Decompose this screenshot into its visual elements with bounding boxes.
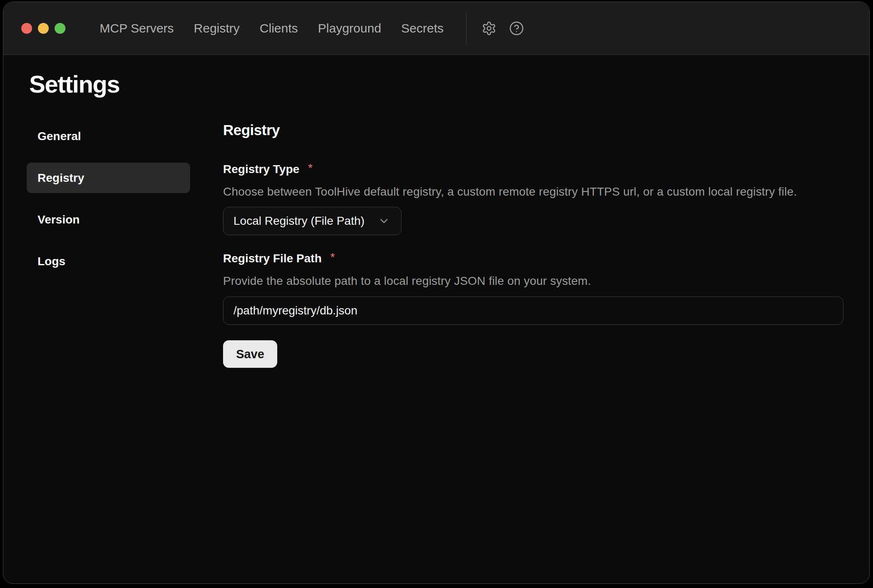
sidebar-item-label: General (38, 130, 81, 143)
sidebar-item-logs[interactable]: Logs (27, 246, 190, 276)
settings-sidebar: General Registry Version Logs (27, 121, 190, 276)
file-path-label-row: Registry File Path * (223, 252, 844, 265)
nav-clients[interactable]: Clients (260, 21, 298, 35)
save-button[interactable]: Save (223, 340, 277, 368)
file-path-input[interactable] (223, 297, 843, 325)
required-marker: * (308, 162, 313, 175)
close-button[interactable] (21, 23, 32, 34)
section-title: Registry (223, 122, 844, 138)
page-title: Settings (29, 70, 120, 98)
sidebar-item-label: Logs (38, 255, 65, 268)
content-area: Settings General Registry Version Logs R… (3, 55, 869, 584)
registry-type-description: Choose between ToolHive default registry… (223, 185, 844, 199)
file-path-description: Provide the absolute path to a local reg… (223, 274, 844, 288)
sidebar-item-version[interactable]: Version (27, 204, 190, 235)
registry-type-selected-value: Local Registry (File Path) (233, 214, 378, 228)
sidebar-item-label: Registry (38, 171, 84, 185)
registry-type-label-row: Registry Type * (223, 163, 844, 176)
registry-type-label: Registry Type (223, 163, 299, 176)
required-marker: * (331, 251, 335, 264)
nav-registry[interactable]: Registry (194, 21, 240, 35)
sidebar-item-label: Version (38, 213, 80, 226)
registry-settings-panel: Registry Registry Type * Choose between … (223, 122, 844, 368)
top-nav: MCP Servers Registry Clients Playground … (100, 21, 444, 35)
titlebar: MCP Servers Registry Clients Playground … (3, 2, 869, 55)
gear-icon (482, 21, 497, 36)
help-button[interactable] (509, 21, 524, 36)
settings-button[interactable] (482, 21, 497, 36)
sidebar-item-general[interactable]: General (27, 121, 190, 151)
chevron-down-icon (378, 215, 390, 227)
nav-mcp-servers[interactable]: MCP Servers (100, 21, 174, 35)
help-icon (509, 21, 524, 36)
titlebar-icons (482, 21, 524, 36)
zoom-button[interactable] (55, 23, 65, 34)
nav-playground[interactable]: Playground (318, 21, 381, 35)
file-path-label: Registry File Path (223, 252, 322, 265)
titlebar-divider (466, 12, 467, 45)
app-window: MCP Servers Registry Clients Playground … (3, 2, 870, 584)
traffic-lights (21, 23, 65, 34)
nav-secrets[interactable]: Secrets (401, 21, 444, 35)
sidebar-item-registry[interactable]: Registry (27, 163, 190, 193)
minimize-button[interactable] (38, 23, 49, 34)
registry-type-select[interactable]: Local Registry (File Path) (223, 207, 401, 235)
